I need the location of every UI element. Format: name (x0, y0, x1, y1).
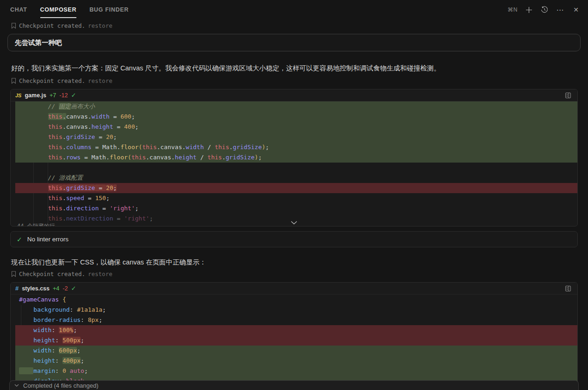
code-line: // 游戏配置 (15, 173, 577, 183)
checkpoint-label: Checkpoint created. (19, 270, 85, 277)
open-editor-icon (565, 92, 571, 99)
history-icon (541, 6, 548, 13)
completed-label: Completed (4 files changed) (23, 382, 99, 389)
bookmark-icon (11, 23, 16, 29)
code-line: width: 600px; (15, 346, 577, 356)
file-name: styles.css (22, 285, 50, 292)
composer-panel: CHATCOMPOSERBUG FINDER ⌘N ⋯ ✕ Checkpoint… (0, 0, 588, 390)
code-line: this.canvas.width = 600; (15, 112, 577, 122)
hidden-lines-label: 44 个隐藏的行 (17, 222, 55, 226)
code-line: height: 500px; (15, 335, 577, 346)
expand-code-button[interactable] (291, 221, 297, 225)
checkpoint-row: Checkpoint created. restore (11, 77, 113, 84)
check-icon: ✓ (17, 236, 22, 243)
tab-bug-finder[interactable]: BUG FINDER (89, 3, 129, 18)
code-diff-game-js: JS game.js +7 -12 ✓ // 固定画布大小 this.canva… (10, 89, 578, 226)
code-line: this.direction = 'right'; (15, 203, 577, 214)
lines-removed-stat: -2 (63, 285, 68, 292)
code-diff-styles-css: # styles.css +4 -2 ✓ #gameCanvas { backg… (10, 282, 578, 390)
user-message-text: 先尝试第一种吧 (15, 38, 62, 47)
open-editor-icon (565, 285, 571, 292)
more-options-button[interactable]: ⋯ (556, 5, 565, 14)
tab-composer[interactable]: COMPOSER (40, 3, 77, 18)
bookmark-icon (11, 78, 16, 84)
code-line: #gameCanvas { (15, 295, 577, 305)
checkpoint-label: Checkpoint created. (19, 22, 85, 29)
code-line: background: #1a1a1a; (15, 305, 577, 315)
tab-bar: CHATCOMPOSERBUG FINDER ⌘N ⋯ ✕ (0, 0, 588, 19)
header-actions: ⌘N ⋯ ✕ (507, 5, 581, 14)
chevron-down-icon (291, 221, 297, 225)
lines-added-stat: +4 (53, 285, 59, 292)
open-diff-button[interactable] (563, 91, 573, 100)
close-button[interactable]: ✕ (571, 5, 581, 14)
tab-list: CHATCOMPOSERBUG FINDER (10, 3, 129, 18)
restore-link[interactable]: restore (88, 270, 113, 277)
code-line: this.gridSize = 20; (15, 183, 577, 193)
linter-status-text: No linter errors (27, 236, 69, 243)
code-line: this.canvas.height = 400; (15, 122, 577, 132)
code-line: this.rows = Math.floor(this.canvas.heigh… (15, 152, 577, 163)
checkpoint-label: Checkpoint created. (19, 77, 85, 84)
user-message: 先尝试第一种吧 (7, 34, 581, 51)
completed-summary-bar[interactable]: Completed (4 files changed) (9, 380, 579, 390)
code-line: this.gridSize = 20; (15, 132, 577, 142)
open-diff-button[interactable] (563, 284, 573, 293)
js-file-icon: JS (15, 93, 21, 98)
restore-link[interactable]: restore (88, 22, 113, 29)
code-line: this.columns = Math.floor(this.canvas.wi… (15, 142, 577, 152)
linter-status: ✓ No linter errors (10, 231, 578, 247)
lines-removed-stat: -12 (59, 92, 68, 99)
check-icon: ✓ (71, 285, 76, 292)
checkpoint-row: Checkpoint created. restore (11, 22, 113, 29)
restore-link[interactable]: restore (88, 77, 113, 84)
tab-chat[interactable]: CHAT (10, 3, 27, 18)
bookmark-icon (11, 271, 16, 277)
code-content: #gameCanvas { background: #1a1a1a; borde… (11, 295, 577, 390)
css-file-icon: # (15, 285, 19, 292)
code-line: // 固定画布大小 (15, 101, 577, 112)
check-icon: ✓ (71, 92, 76, 99)
file-name: game.js (25, 92, 46, 99)
plus-icon (525, 6, 532, 13)
code-line (15, 163, 577, 173)
checkpoint-row: Checkpoint created. restore (11, 270, 113, 277)
new-composer-shortcut: ⌘N (507, 6, 518, 13)
code-block-header: # styles.css +4 -2 ✓ (11, 283, 577, 295)
new-composer-button[interactable] (524, 5, 533, 14)
code-block-header: JS game.js +7 -12 ✓ (11, 89, 577, 101)
code-line: height: 400px; (15, 356, 577, 366)
history-button[interactable] (540, 5, 549, 14)
code-content: // 固定画布大小 this.canvas.width = 600; this.… (11, 101, 577, 226)
assistant-message: 好的，我们来实施第一个方案：固定 Canvas 尺寸。我会修改代码以确保游戏区域… (11, 63, 579, 73)
lines-added-stat: +7 (50, 92, 56, 99)
code-line: margin: 0 auto; (15, 366, 577, 376)
chevron-down-icon (14, 384, 19, 387)
code-line: width: 100%; (15, 325, 577, 335)
code-line: border-radius: 8px; (15, 315, 577, 325)
code-line: this.speed = 150; (15, 193, 577, 203)
assistant-message: 现在让我们也更新一下 CSS，以确保 canvas 在页面中正确显示： (11, 258, 579, 267)
